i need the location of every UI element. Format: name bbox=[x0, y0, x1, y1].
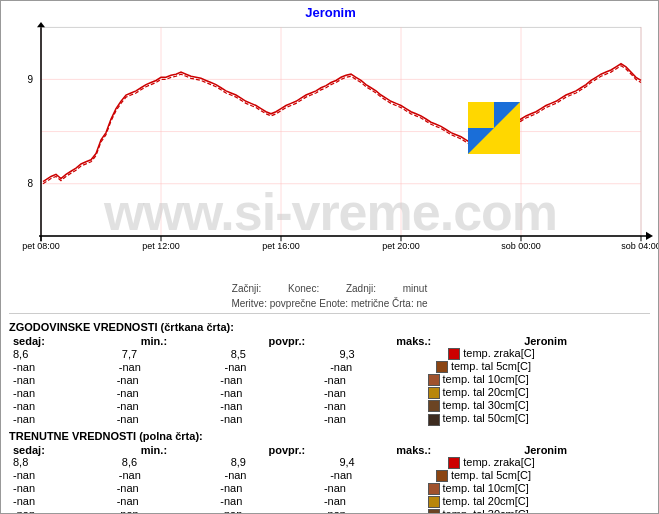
curr-povpr-4: -nan bbox=[216, 508, 320, 514]
hist-sedaj-3: -nan bbox=[9, 386, 113, 399]
hist-label-2: temp. tal 10cm[C] bbox=[424, 373, 650, 386]
curr-label-4: temp. tal 30cm[C] bbox=[424, 508, 650, 514]
hist-povpr-3: -nan bbox=[216, 386, 320, 399]
col-min-curr: min.: bbox=[137, 444, 265, 456]
curr-sedaj-0: 8,8 bbox=[9, 456, 118, 469]
svg-marker-13 bbox=[646, 232, 653, 240]
table-row: -nan-nan-nan-nantemp. tal 30cm[C] bbox=[9, 399, 650, 412]
curr-min-2: -nan bbox=[113, 482, 217, 495]
curr-maks-2: -nan bbox=[320, 482, 424, 495]
meta-info: Začnji: Konec: Zadnji: minut bbox=[1, 281, 658, 296]
minut-label: minut bbox=[403, 283, 427, 294]
col-jeronim-hist: Jeronim bbox=[520, 335, 650, 347]
hist-povpr-1: -nan bbox=[220, 360, 326, 373]
curr-povpr-1: -nan bbox=[220, 469, 326, 482]
chart-svg: 9 8 pet 08:00 pet 12:00 pet 16:00 pet 20… bbox=[1, 22, 659, 262]
hist-maks-4: -nan bbox=[320, 399, 424, 412]
hist-label-4: temp. tal 30cm[C] bbox=[424, 399, 650, 412]
svg-text:sob 00:00: sob 00:00 bbox=[501, 241, 540, 251]
data-section: ZGODOVINSKE VREDNOSTI (črtkana črta): se… bbox=[1, 316, 658, 514]
col-povpr-hist: povpr.: bbox=[265, 335, 393, 347]
list-item: 8,88,68,99,4temp. zraka[C] bbox=[9, 456, 650, 469]
current-col-headers: sedaj: min.: povpr.: maks.: Jeronim bbox=[9, 444, 650, 456]
hist-maks-1: -nan bbox=[326, 360, 432, 373]
curr-sedaj-3: -nan bbox=[9, 495, 113, 508]
list-item: -nan-nan-nan-nantemp. tal 5cm[C] bbox=[9, 360, 650, 373]
current-header: TRENUTNE VREDNOSTI (polna črta): bbox=[9, 430, 650, 442]
hist-min-1: -nan bbox=[115, 360, 221, 373]
list-item: -nan-nan-nan-nantemp. tal 10cm[C] bbox=[9, 373, 650, 386]
curr-min-4: -nan bbox=[113, 508, 217, 514]
svg-marker-14 bbox=[37, 22, 45, 27]
table-row: -nan-nan-nan-nantemp. tal 10cm[C] bbox=[9, 373, 650, 386]
table-row: -nan-nan-nan-nantemp. tal 10cm[C] bbox=[9, 482, 650, 495]
curr-maks-3: -nan bbox=[320, 495, 424, 508]
curr-min-1: -nan bbox=[115, 469, 221, 482]
curr-sedaj-4: -nan bbox=[9, 508, 113, 514]
svg-text:sob 04:00: sob 04:00 bbox=[621, 241, 659, 251]
hist-min-0: 7,7 bbox=[118, 347, 227, 360]
svg-text:pet 20:00: pet 20:00 bbox=[382, 241, 420, 251]
curr-sedaj-2: -nan bbox=[9, 482, 113, 495]
curr-maks-1: -nan bbox=[326, 469, 432, 482]
hist-min-3: -nan bbox=[113, 386, 217, 399]
list-item: -nan-nan-nan-nantemp. tal 30cm[C] bbox=[9, 508, 650, 514]
hist-maks-2: -nan bbox=[320, 373, 424, 386]
historical-header: ZGODOVINSKE VREDNOSTI (črtkana črta): bbox=[9, 321, 650, 333]
hist-label-5: temp. tal 50cm[C] bbox=[424, 412, 650, 425]
list-item: -nan-nan-nan-nantemp. tal 50cm[C] bbox=[9, 412, 650, 425]
current-col-headers-table: sedaj: min.: povpr.: maks.: Jeronim bbox=[9, 444, 650, 456]
hist-label-3: temp. tal 20cm[C] bbox=[424, 386, 650, 399]
svg-text:9: 9 bbox=[27, 73, 33, 84]
color-box bbox=[448, 457, 460, 469]
color-box bbox=[428, 414, 440, 426]
table-row: -nan-nan-nan-nantemp. tal 50cm[C] bbox=[9, 412, 650, 425]
color-box bbox=[428, 400, 440, 412]
cas-label: Začnji: bbox=[232, 283, 261, 294]
curr-maks-0: 9,4 bbox=[335, 456, 444, 469]
zadnji-label: Zadnji: bbox=[346, 283, 376, 294]
meritve-info: Meritve: povprečne Enote: metrične Črta:… bbox=[1, 296, 658, 311]
color-box bbox=[428, 483, 440, 495]
list-item: -nan-nan-nan-nantemp. tal 20cm[C] bbox=[9, 386, 650, 399]
color-box bbox=[448, 348, 460, 360]
hist-label-1: temp. tal 5cm[C] bbox=[432, 360, 650, 373]
color-box bbox=[436, 470, 448, 482]
list-item: -nan-nan-nan-nantemp. tal 20cm[C] bbox=[9, 495, 650, 508]
table-row: -nan-nan-nan-nantemp. tal 5cm[C] bbox=[9, 469, 650, 482]
color-box bbox=[428, 496, 440, 508]
konec-label: Konec: bbox=[288, 283, 319, 294]
hist-sedaj-0: 8,6 bbox=[9, 347, 118, 360]
historical-table: sedaj: min.: povpr.: maks.: Jeronim bbox=[9, 335, 650, 347]
list-item: 8,67,78,59,3temp. zraka[C] bbox=[9, 347, 650, 360]
table-row: 8,67,78,59,3temp. zraka[C] bbox=[9, 347, 650, 360]
hist-maks-5: -nan bbox=[320, 412, 424, 425]
hist-povpr-5: -nan bbox=[216, 412, 320, 425]
curr-label-0: temp. zraka[C] bbox=[444, 456, 650, 469]
col-sedaj-curr: sedaj: bbox=[9, 444, 137, 456]
col-jeronim-curr: Jeronim bbox=[520, 444, 650, 456]
list-item: -nan-nan-nan-nantemp. tal 5cm[C] bbox=[9, 469, 650, 482]
svg-text:pet 08:00: pet 08:00 bbox=[22, 241, 60, 251]
list-item: -nan-nan-nan-nantemp. tal 10cm[C] bbox=[9, 482, 650, 495]
hist-min-5: -nan bbox=[113, 412, 217, 425]
current-rows: 8,88,68,99,4temp. zraka[C]-nan-nan-nan-n… bbox=[9, 456, 650, 514]
color-box bbox=[428, 387, 440, 399]
hist-label-0: temp. zraka[C] bbox=[444, 347, 650, 360]
hist-sedaj-2: -nan bbox=[9, 373, 113, 386]
divider bbox=[9, 313, 650, 314]
color-box bbox=[428, 509, 440, 514]
list-item: -nan-nan-nan-nantemp. tal 30cm[C] bbox=[9, 399, 650, 412]
curr-maks-4: -nan bbox=[320, 508, 424, 514]
svg-text:pet 16:00: pet 16:00 bbox=[262, 241, 300, 251]
curr-label-2: temp. tal 10cm[C] bbox=[424, 482, 650, 495]
col-maks-curr: maks.: bbox=[392, 444, 520, 456]
historical-rows: 8,67,78,59,3temp. zraka[C]-nan-nan-nan-n… bbox=[9, 347, 650, 426]
col-povpr-curr: povpr.: bbox=[265, 444, 393, 456]
svg-text:8: 8 bbox=[27, 178, 33, 189]
color-box bbox=[436, 361, 448, 373]
curr-povpr-2: -nan bbox=[216, 482, 320, 495]
curr-sedaj-1: -nan bbox=[9, 469, 115, 482]
logo bbox=[468, 102, 520, 154]
table-row: -nan-nan-nan-nantemp. tal 20cm[C] bbox=[9, 386, 650, 399]
